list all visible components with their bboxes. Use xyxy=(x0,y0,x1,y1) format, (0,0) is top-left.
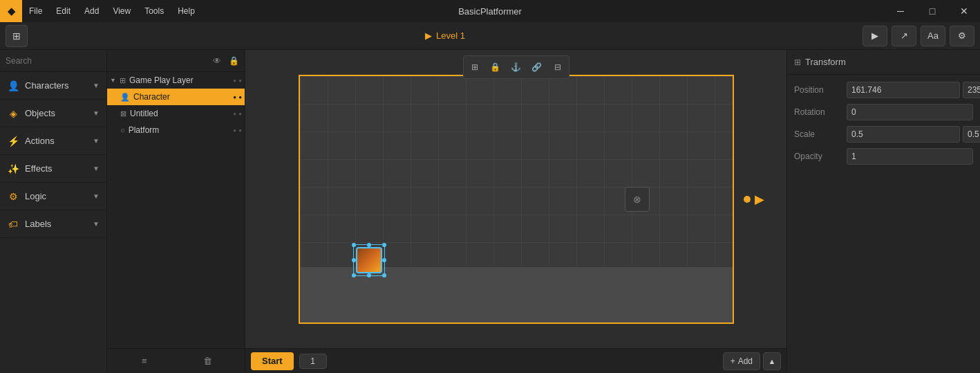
link-button[interactable]: 🔗 xyxy=(528,58,546,76)
toolbar-right-actions: ▶ ↗ Aa ⚙ xyxy=(863,26,974,46)
objects-icon: ◈ xyxy=(7,107,19,120)
minimize-button[interactable]: ─ xyxy=(885,0,916,22)
font-button[interactable]: Aa xyxy=(921,26,945,46)
search-input[interactable] xyxy=(6,56,109,66)
handle-top-left[interactable] xyxy=(352,243,356,247)
expand-timeline-button[interactable]: ▲ xyxy=(763,352,781,370)
sidebar-item-characters[interactable]: 👤 Characters ▼ xyxy=(0,72,106,100)
transform-title: Transform xyxy=(805,57,846,67)
actions-expand-icon: ▼ xyxy=(93,137,100,145)
effects-icon: ✨ xyxy=(7,163,19,175)
play-icon: ▶ xyxy=(871,30,878,41)
sidebar-item-actions-label: Actions xyxy=(25,136,87,146)
objects-expand-icon: ▼ xyxy=(93,109,100,117)
menu-view[interactable]: View xyxy=(106,0,138,22)
tree-item-character[interactable]: 👤 Character ● ● xyxy=(107,89,245,105)
opacity-input[interactable] xyxy=(847,148,973,165)
scene-panel-toolbar: 👁 🔒 xyxy=(107,50,245,72)
title-bar: ◆ File Edit Add View Tools Help BasicPla… xyxy=(0,0,980,22)
effects-expand-icon: ▼ xyxy=(93,165,100,172)
scene-lock-icon[interactable]: 🔒 xyxy=(227,54,241,68)
handle-middle-left[interactable] xyxy=(352,258,356,262)
position-x-input[interactable] xyxy=(847,82,960,98)
actions-icon: ⚡ xyxy=(7,135,19,147)
settings-button[interactable]: ⚙ xyxy=(950,26,974,46)
left-sidebar: 🔍 👤 Characters ▼ ◈ Objects ▼ ⚡ Actions ▼… xyxy=(0,50,107,373)
character-tree-icon: 👤 xyxy=(120,93,130,102)
platform-dot1: ● xyxy=(233,127,236,134)
logic-expand-icon: ▼ xyxy=(93,192,100,200)
tree-item-platform[interactable]: ○ Platform ● ● xyxy=(107,122,245,138)
handle-top-right[interactable] xyxy=(382,243,386,247)
layer-dot2: ● xyxy=(238,78,242,84)
menu-edit[interactable]: Edit xyxy=(49,0,77,22)
layer-icon: ⊞ xyxy=(120,76,126,85)
scene-layers-icon[interactable]: ≡ xyxy=(136,353,153,370)
add-button[interactable]: + Add xyxy=(723,352,760,370)
position-label: Position xyxy=(794,85,842,95)
maximize-button[interactable]: □ xyxy=(916,0,948,22)
handle-bottom-right[interactable] xyxy=(382,273,386,278)
logic-icon: ⚙ xyxy=(7,190,19,203)
position-y-input[interactable] xyxy=(963,82,980,98)
scene-visibility-icon[interactable]: 👁 xyxy=(210,54,224,68)
scale-x-input[interactable] xyxy=(847,126,960,143)
rotation-label: Rotation xyxy=(794,107,842,117)
tree-item-game-play-layer[interactable]: ▼ ⊞ Game Play Layer ● ● xyxy=(107,72,245,89)
characters-icon: 👤 xyxy=(7,80,19,92)
menu-help[interactable]: Help xyxy=(171,0,202,22)
tree-item-untitled[interactable]: ⊠ Untitled ● ● xyxy=(107,105,245,122)
snap-grid-button[interactable]: ⊞ xyxy=(466,58,484,76)
tree-label-platform: Platform xyxy=(129,125,229,135)
rotation-input[interactable] xyxy=(847,104,973,120)
menu-add[interactable]: Add xyxy=(77,0,106,22)
menu-tools[interactable]: Tools xyxy=(138,0,171,22)
canvas-character[interactable] xyxy=(355,246,383,274)
sidebar-item-logic[interactable]: ⚙ Logic ▼ xyxy=(0,183,106,210)
characters-expand-icon: ▼ xyxy=(93,82,100,89)
start-button[interactable]: Start xyxy=(251,352,294,370)
window-controls: ─ □ ✕ xyxy=(885,0,980,22)
labels-icon: 🏷 xyxy=(7,218,19,230)
scene-delete-icon[interactable]: 🗑 xyxy=(199,353,216,370)
sidebar-item-labels-label: Labels xyxy=(25,219,87,229)
handle-bottom-center[interactable] xyxy=(367,273,371,278)
close-button[interactable]: ✕ xyxy=(948,0,980,22)
untitled-dot2: ● xyxy=(238,111,242,117)
scene-panel: 👁 🔒 ▼ ⊞ Game Play Layer ● ● 👤 Character … xyxy=(107,50,245,373)
scale-label: Scale xyxy=(794,129,842,139)
sidebar-item-labels[interactable]: 🏷 Labels ▼ xyxy=(0,210,106,238)
sidebar-item-logic-label: Logic xyxy=(25,191,87,201)
scene-tree: ▼ ⊞ Game Play Layer ● ● 👤 Character ● ● … xyxy=(107,72,245,348)
handle-top-center[interactable] xyxy=(367,243,371,247)
lock-button[interactable]: 🔒 xyxy=(487,58,505,76)
canvas-bottom-right: + Add ▲ xyxy=(723,352,781,370)
menu-file[interactable]: File xyxy=(22,0,49,22)
canvas-viewport[interactable]: ⊗ ▶ xyxy=(245,50,786,348)
game-canvas[interactable]: ⊗ ▶ xyxy=(299,75,734,324)
scale-y-input[interactable] xyxy=(963,126,980,143)
char-dot1: ● xyxy=(233,94,236,100)
sidebar-item-objects-label: Objects xyxy=(25,108,87,118)
app-title: BasicPlatformer xyxy=(458,6,522,17)
sidebar-item-actions[interactable]: ⚡ Actions ▼ xyxy=(0,127,106,155)
search-bar: 🔍 xyxy=(0,50,106,72)
tree-label-untitled: Untitled xyxy=(130,109,228,118)
anchor-button[interactable]: ⚓ xyxy=(507,58,525,76)
canvas-toolbar: ⊞ 🔒 ⚓ 🔗 ⊟ xyxy=(463,55,569,79)
sidebar-item-effects-label: Effects xyxy=(25,163,87,174)
sidebar-item-effects[interactable]: ✨ Effects ▼ xyxy=(0,155,106,183)
center-node-icon: ⊗ xyxy=(633,194,641,205)
group-tool-button[interactable]: ⊞ xyxy=(6,25,28,47)
canvas-center-node[interactable]: ⊗ xyxy=(625,187,650,212)
handle-middle-right[interactable] xyxy=(382,258,386,262)
share-button[interactable]: ↗ xyxy=(892,26,916,46)
extra-grid-button[interactable]: ⊟ xyxy=(549,58,567,76)
share-icon: ↗ xyxy=(901,30,908,41)
sidebar-item-objects[interactable]: ◈ Objects ▼ xyxy=(0,100,106,127)
char-dot2: ● xyxy=(238,94,242,100)
play-button[interactable]: ▶ xyxy=(863,26,887,46)
handle-bottom-left[interactable] xyxy=(352,273,356,278)
opacity-label: Opacity xyxy=(794,152,842,161)
platform-tree-icon: ○ xyxy=(120,126,125,134)
